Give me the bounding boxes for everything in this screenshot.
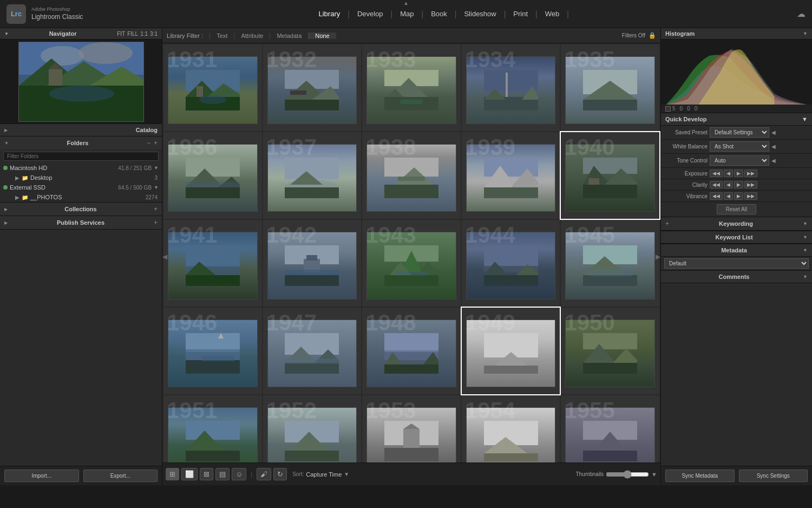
collections-plus[interactable]: + [154,205,158,213]
qd-vib-dbl-inc[interactable]: ▶▶ [744,192,757,200]
nav-develop[interactable]: Develop [350,10,391,18]
qd-cla-dec[interactable]: ◀ [724,181,733,188]
grid-cell-1955[interactable]: 1955 [561,395,659,463]
filter-tab-text[interactable]: Text [209,32,234,39]
nav-3-1[interactable]: 3:1 [150,31,158,37]
sync-settings-button[interactable]: Sync Settings [739,470,808,482]
keywording-header[interactable]: + Keywording ▼ [661,217,812,231]
folders-plus[interactable]: + [154,139,158,147]
qd-vib-inc[interactable]: ▶ [734,192,743,200]
grid-cell-1944[interactable]: 1944 [462,220,560,307]
nav-web[interactable]: Web [538,10,567,18]
sort-value[interactable]: Capture Time [306,471,342,478]
grid-cell-1946[interactable]: 1946 [163,308,262,394]
reset-all-button[interactable]: Reset All [717,204,756,214]
comments-header[interactable]: Comments ▼ [661,270,812,283]
keyword-list-arrow[interactable]: ▼ [803,235,808,240]
grid-cell-1953[interactable]: 1953 [362,395,461,463]
nav-book[interactable]: Book [423,10,455,18]
publish-services-header[interactable]: ▶ Publish Services + [0,216,162,229]
keyword-list-header[interactable]: Keyword List ▼ [661,231,812,244]
grid-cell-1931[interactable]: 1931 [163,44,262,131]
sort-arrow[interactable]: ▼ [344,471,349,477]
grid-cell-1935[interactable]: 1935 [561,44,659,131]
qd-header[interactable]: Quick Develop ▼ [661,113,812,126]
view-compare-btn[interactable]: ⊠ [200,468,213,480]
grid-cell-1932[interactable]: 1932 [263,44,362,131]
drive-arrow-mac[interactable]: ▼ [154,165,159,171]
grid-cell-1949[interactable]: 1949 [462,308,560,394]
grid-container[interactable]: 1931 [162,43,660,463]
rotate-btn[interactable]: ↻ [273,468,287,480]
drive-arrow-ext[interactable]: ▼ [154,185,159,190]
publish-plus[interactable]: + [154,219,158,226]
histogram-header[interactable]: Histogram ▼ [661,28,812,40]
nav-map[interactable]: Map [392,10,421,18]
comments-arrow[interactable]: ▼ [803,274,808,279]
sync-metadata-button[interactable]: Sync Metadata [665,470,735,482]
nav-1-1[interactable]: 1:1 [140,31,148,37]
view-grid-btn[interactable]: ⊞ [166,468,179,480]
qd-exp-inc[interactable]: ▶ [734,170,743,177]
histogram-arrow[interactable]: ▼ [803,31,808,36]
grid-cell-1940[interactable]: 1940 [561,132,659,219]
keywording-arrow[interactable]: ▼ [803,221,808,226]
metadata-select[interactable]: Default [664,258,809,269]
collections-header[interactable]: ▶ Collections + [0,203,162,216]
navigator-header[interactable]: ▼ Navigator FIT FILL 1:1 3:1 [0,28,162,40]
folders-header[interactable]: ▼ Folders − + [0,136,162,149]
hist-checkbox[interactable] [665,106,671,112]
grid-cell-1934[interactable]: 1934 [462,44,560,131]
keywording-plus[interactable]: + [665,220,669,227]
thumbnails-slider[interactable] [606,470,649,479]
cloud-icon[interactable]: ☁ [797,9,806,19]
filter-tab-attribute[interactable]: Attribute [234,32,270,39]
drive-macintosh[interactable]: Macintosh HD 41.8 / 251 GB ▼ [0,163,162,173]
view-survey-btn[interactable]: ▤ [215,468,230,480]
view-loupe-btn[interactable]: ⬜ [181,468,198,480]
grid-cell-1948[interactable]: 1948 [362,308,461,394]
grid-cell-1954[interactable]: 1954 [462,395,560,463]
metadata-header[interactable]: Metadata ▼ [661,244,812,257]
thumb-size-arrow[interactable]: ▼ [651,471,657,478]
left-panel-collapse[interactable]: ◀ [162,253,167,260]
lock-icon[interactable]: 🔒 [649,32,656,39]
grid-cell-1952[interactable]: 1952 [263,395,362,463]
nav-library[interactable]: Library [311,10,348,18]
grid-cell-1943[interactable]: 1943 [362,220,461,307]
nav-fit[interactable]: FIT [117,31,125,37]
grid-cell-1951[interactable]: 1951 [163,395,262,463]
right-panel-collapse[interactable]: ▶ [656,253,660,260]
qd-cla-inc[interactable]: ▶ [734,181,743,188]
filter-tab-metadata[interactable]: Metadata [270,32,308,39]
folders-minus[interactable]: − [147,139,150,147]
qd-arrow[interactable]: ▼ [802,116,808,122]
qd-exp-dec[interactable]: ◀ [724,170,733,177]
filter-tab-none[interactable]: None [308,32,336,39]
qd-cla-dbl-inc[interactable]: ▶▶ [744,181,757,188]
grid-cell-1947[interactable]: 1947 [263,308,362,394]
qd-wb-select[interactable]: As Shot [710,141,769,152]
navigator-thumbnail[interactable] [0,40,162,123]
nav-fill[interactable]: FILL [127,31,138,37]
grid-cell-1941[interactable]: 1941 [163,220,262,307]
folders-filter-input[interactable] [3,152,159,161]
qd-exp-dbl-dec[interactable]: ◀◀ [710,170,723,177]
qd-cla-dbl-dec[interactable]: ◀◀ [710,181,723,188]
export-button[interactable]: Export... [83,470,158,482]
grid-cell-1937[interactable]: 1937 [263,132,362,219]
spray-btn[interactable]: 🖌 [257,468,271,480]
nav-slideshow[interactable]: Slideshow [456,10,503,18]
drive-external[interactable]: External SSD 64.5 / 500 GB ▼ [0,183,162,192]
qd-saved-preset-select[interactable]: Default Settings [710,127,769,138]
grid-cell-1950[interactable]: 1950 [561,308,659,394]
import-button[interactable]: Import... [4,470,79,482]
grid-cell-1938[interactable]: 1938 [362,132,461,219]
qd-tone-select[interactable]: Auto [710,155,769,166]
qd-vib-dec[interactable]: ◀ [724,192,733,200]
grid-cell-1933[interactable]: 1933 [362,44,461,131]
grid-cell-1939[interactable]: 1939 [462,132,560,219]
topbar-arrow-up[interactable]: ▲ [403,0,409,6]
nav-print[interactable]: Print [506,10,535,18]
metadata-arrow[interactable]: ▼ [803,248,808,253]
